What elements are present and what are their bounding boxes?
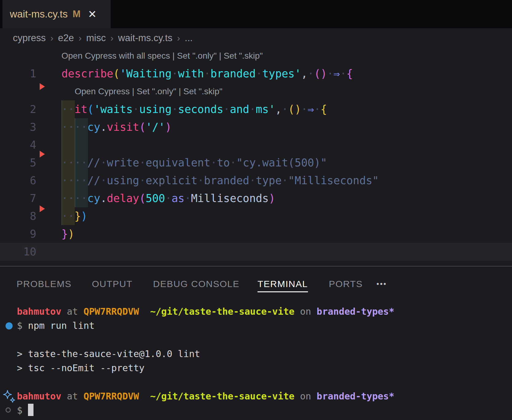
- panel-tab-debug-console[interactable]: DEBUG CONSOLE: [153, 277, 239, 291]
- terminal-cursor: [28, 404, 33, 416]
- modified-badge: M: [73, 9, 81, 20]
- codelens-row: Open Cypress | Set ".only" | Set ".skip": [0, 83, 512, 100]
- line-number: 8: [0, 207, 36, 225]
- close-icon[interactable]: ✕: [88, 8, 97, 20]
- editor-tab-bar: wait-ms.cy.ts M ✕: [0, 0, 512, 28]
- terminal[interactable]: bahmutov at QPW7RRQDVW ~/git/taste-the-s…: [0, 305, 512, 418]
- tab-filename: wait-ms.cy.ts: [10, 8, 68, 20]
- breadcrumb-item[interactable]: cypress: [13, 33, 46, 44]
- line-number: 10: [0, 243, 36, 261]
- breadcrumb-item[interactable]: e2e: [58, 33, 74, 44]
- chevron-right-icon: ›: [110, 33, 113, 43]
- code-line-7[interactable]: 7····cy.delay(500·as·Milliseconds): [0, 189, 512, 207]
- ai-sparkle-icon[interactable]: [2, 390, 15, 403]
- line-number: 4: [0, 136, 36, 154]
- chevron-right-icon: ›: [50, 33, 53, 43]
- codelens-row: Open Cypress with all specs | Set ".only…: [0, 47, 512, 65]
- codelens-actions[interactable]: Open Cypress with all specs | Set ".only…: [61, 51, 263, 61]
- line-number: 5: [0, 154, 36, 172]
- panel-tab-problems[interactable]: PROBLEMS: [17, 277, 72, 291]
- breadcrumb-item[interactable]: wait-ms.cy.ts: [118, 33, 172, 44]
- code-line-6[interactable]: 6····//·using·explicit·branded·type·"Mil…: [0, 172, 512, 189]
- panel-tab-ports[interactable]: PORTS: [329, 277, 363, 291]
- code-line-8[interactable]: 8··}): [0, 207, 512, 225]
- code-text: ··}): [61, 207, 87, 225]
- code-line-3[interactable]: 3····cy.visit('/'): [0, 118, 512, 136]
- code-line-5[interactable]: 5····//·write·equivalent·to·"cy.wait(500…: [0, 154, 512, 172]
- line-number: 7: [0, 189, 36, 207]
- code-rows[interactable]: Open Cypress with all specs | Set ".only…: [0, 47, 512, 261]
- terminal-row-input: $: [0, 403, 512, 418]
- panel-tab-output[interactable]: OUTPUT: [92, 277, 132, 291]
- code-text: ····cy.delay(500·as·Milliseconds): [61, 189, 275, 207]
- more-actions-icon[interactable]: •••: [376, 277, 387, 291]
- terminal-row-blank: [0, 333, 512, 347]
- code-line-4[interactable]: 4: [0, 136, 512, 154]
- breadcrumb: cypress›e2e›misc›wait-ms.cy.ts›...: [0, 28, 512, 48]
- command-decoration-circle-icon[interactable]: [6, 407, 11, 413]
- vscode-window: wait-ms.cy.ts M ✕ cypress›e2e›misc›wait-…: [0, 0, 512, 420]
- breadcrumb-item[interactable]: ...: [185, 33, 193, 44]
- code-text: }): [61, 225, 74, 243]
- line-number: 6: [0, 172, 36, 189]
- code-line-9[interactable]: 9}): [0, 225, 512, 243]
- terminal-row-output: > taste-the-sauce-vite@1.0.0 lint: [0, 347, 512, 361]
- breadcrumb-item[interactable]: misc: [86, 33, 106, 44]
- line-number: 1: [0, 65, 36, 83]
- terminal-row-blank: [0, 375, 512, 389]
- code-text: ····cy.visit('/'): [61, 118, 171, 136]
- line-number: 2: [0, 100, 36, 118]
- panel-tab-terminal[interactable]: TERMINAL: [258, 277, 308, 291]
- line-number: 9: [0, 225, 36, 243]
- terminal-row-prompt: bahmutov at QPW7RRQDVW ~/git/taste-the-s…: [0, 389, 512, 403]
- chevron-right-icon: ›: [177, 33, 180, 43]
- code-text: describe('Waiting·with·branded·types',·(…: [61, 65, 353, 83]
- terminal-row-output: > tsc --noEmit --pretty: [0, 361, 512, 375]
- code-line-1[interactable]: 1describe('Waiting·with·branded·types',·…: [0, 65, 512, 83]
- code-line-2[interactable]: 2··it('waits·using·seconds·and·ms',·()·⇒…: [0, 100, 512, 118]
- code-text: ····//·using·explicit·branded·type·"Mill…: [61, 172, 379, 189]
- editor-tab-wait-ms-cy-ts[interactable]: wait-ms.cy.ts M ✕: [2, 0, 111, 28]
- code-text: ····//·write·equivalent·to·"cy.wait(500)…: [61, 154, 327, 172]
- terminal-row-prompt: bahmutov at QPW7RRQDVW ~/git/taste-the-s…: [0, 305, 512, 319]
- code-line-10[interactable]: 10: [0, 243, 512, 261]
- code-text: ··it('waits·using·seconds·and·ms',·()·⇒·…: [61, 100, 327, 118]
- command-decoration-dot-icon[interactable]: [6, 322, 13, 329]
- chevron-right-icon: ›: [79, 33, 82, 43]
- codelens-actions[interactable]: Open Cypress | Set ".only" | Set ".skip": [75, 87, 223, 96]
- panel-divider[interactable]: [0, 266, 512, 266]
- line-number: 3: [0, 118, 36, 136]
- terminal-row-command: $ npm run lint: [0, 319, 512, 333]
